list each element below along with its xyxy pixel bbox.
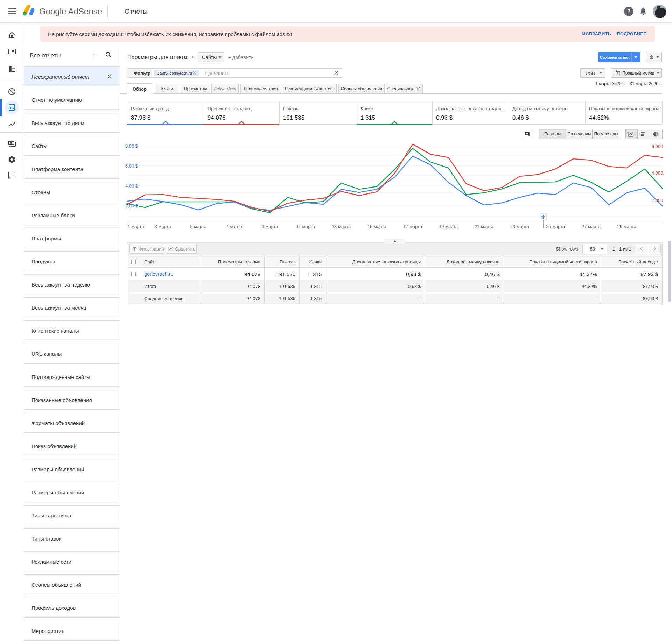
- svg-text:19 марта: 19 марта: [439, 224, 458, 229]
- svg-text:6,00 $: 6,00 $: [125, 163, 138, 169]
- svg-text:9 марта: 9 марта: [262, 224, 279, 229]
- svg-text:3 марта: 3 марта: [155, 224, 172, 229]
- svg-text:7 марта: 7 марта: [226, 224, 243, 229]
- svg-text:23 марта: 23 марта: [510, 224, 530, 229]
- svg-text:15 марта: 15 марта: [368, 224, 387, 229]
- svg-text:4,00 $: 4,00 $: [125, 183, 138, 189]
- svg-text:29 марта: 29 марта: [617, 224, 637, 229]
- svg-text:25 марта: 25 марта: [546, 224, 565, 229]
- svg-text:17 марта: 17 марта: [403, 224, 422, 229]
- svg-text:21 марта: 21 марта: [475, 224, 494, 229]
- svg-text:1 марта: 1 марта: [128, 224, 145, 229]
- svg-text:5 марта: 5 марта: [190, 224, 207, 229]
- svg-text:13 марта: 13 марта: [332, 224, 351, 229]
- svg-text:6 000: 6 000: [652, 144, 663, 149]
- svg-text:4 000: 4 000: [652, 170, 663, 176]
- svg-text:27 марта: 27 марта: [582, 224, 601, 229]
- svg-text:11 марта: 11 марта: [296, 224, 315, 229]
- svg-text:2 000: 2 000: [652, 198, 663, 203]
- svg-text:8,00 $: 8,00 $: [125, 143, 138, 149]
- svg-text:2,00 $: 2,00 $: [125, 203, 138, 209]
